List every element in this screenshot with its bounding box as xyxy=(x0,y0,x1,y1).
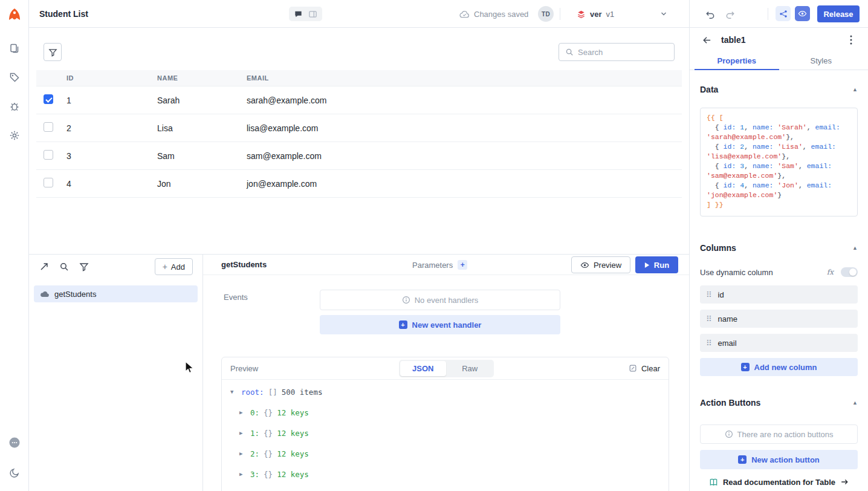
json-braces: {} xyxy=(264,470,273,479)
pages-icon[interactable] xyxy=(5,39,24,58)
mode-toggle[interactable] xyxy=(289,7,322,21)
json-meta: 12 keys xyxy=(277,470,309,479)
expand-arrow-icon[interactable]: ▶ xyxy=(239,450,246,457)
add-query-button[interactable]: + Add xyxy=(155,258,193,275)
drag-handle-icon[interactable]: ⠿ xyxy=(706,339,712,348)
json-root-row[interactable]: ▼ root: [] 500 items xyxy=(230,382,669,402)
table-row[interactable]: 1 Sarah sarah@example.com xyxy=(36,86,682,114)
no-action-buttons-placeholder: There are no action buttons xyxy=(700,424,858,444)
version-selector[interactable]: ver v1 xyxy=(577,0,614,28)
row-checkbox[interactable] xyxy=(44,178,53,187)
json-item-row[interactable]: ▶ 0: {} 12 keys xyxy=(230,402,669,423)
tab-json[interactable]: JSON xyxy=(400,361,446,376)
expand-icon[interactable] xyxy=(39,262,49,272)
section-columns-title: Columns xyxy=(700,243,736,253)
column-item[interactable]: ⠿ id xyxy=(700,285,858,304)
section-data-title: Data xyxy=(700,85,718,94)
query-panel: + Add getStudents getStudents Parameters… xyxy=(29,254,689,491)
code-line: {{ [ xyxy=(707,113,851,123)
version-value: v1 xyxy=(606,10,615,19)
share-icon[interactable] xyxy=(776,6,791,21)
json-index: 2: xyxy=(250,449,259,458)
table-search-input[interactable]: Search xyxy=(559,43,675,61)
property-pane-header: table1 xyxy=(690,28,868,52)
add-parameter-icon[interactable]: + xyxy=(458,260,467,270)
row-checkbox[interactable] xyxy=(44,94,53,104)
kebab-menu-icon[interactable] xyxy=(844,33,858,47)
preview-eye-icon[interactable] xyxy=(795,6,810,21)
json-item-row[interactable]: ▶ 3: {} 12 keys xyxy=(230,464,669,484)
collapse-icon[interactable]: ▲ xyxy=(852,86,858,93)
fx-icon[interactable]: fx xyxy=(827,268,834,276)
chevron-down-icon[interactable] xyxy=(660,10,667,18)
column-header-id[interactable]: ID xyxy=(66,74,157,82)
json-index: 1: xyxy=(250,429,259,438)
preview-button[interactable]: Preview xyxy=(571,256,630,273)
table-row[interactable]: 2 Lisa lisa@example.com xyxy=(36,114,682,142)
json-braces: [] xyxy=(268,388,277,397)
theme-toggle-icon[interactable] xyxy=(5,463,24,483)
appsmith-logo[interactable] xyxy=(6,6,23,23)
code-line: 'jon@example.com'} xyxy=(707,190,851,200)
section-data-header[interactable]: Data ▲ xyxy=(700,82,858,97)
collapse-arrow-icon[interactable]: ▼ xyxy=(230,389,237,395)
collapse-icon[interactable]: ▲ xyxy=(852,400,858,406)
expand-arrow-icon[interactable]: ▶ xyxy=(239,409,246,415)
tab-raw[interactable]: Raw xyxy=(447,361,493,376)
query-cloud-icon xyxy=(40,291,50,298)
row-checkbox[interactable] xyxy=(44,122,53,132)
comment-mode-icon[interactable] xyxy=(294,10,303,19)
settings-icon[interactable] xyxy=(5,126,24,145)
run-button[interactable]: Run xyxy=(635,256,678,273)
row-checkbox[interactable] xyxy=(44,150,53,160)
clear-icon xyxy=(629,364,637,372)
cell-email: sam@example.com xyxy=(247,151,682,161)
redo-icon[interactable] xyxy=(724,8,737,21)
property-tabs: Properties Styles xyxy=(690,52,868,70)
new-action-button-label: New action button xyxy=(751,455,820,464)
canvas-mode-icon[interactable] xyxy=(308,10,317,19)
table-row[interactable]: 4 Jon jon@example.com xyxy=(36,170,682,198)
tab-styles[interactable]: Styles xyxy=(779,52,864,70)
drag-handle-icon[interactable]: ⠿ xyxy=(706,314,712,324)
cell-name: Jon xyxy=(157,179,247,189)
section-actions-header[interactable]: Action Buttons ▲ xyxy=(700,395,858,410)
datasources-icon[interactable] xyxy=(5,68,24,87)
column-header-email[interactable]: EMAIL xyxy=(247,74,682,82)
read-documentation-link[interactable]: Read documentation for Table xyxy=(700,475,858,489)
dynamic-column-toggle[interactable] xyxy=(841,267,858,277)
debug-icon[interactable] xyxy=(5,97,24,116)
response-title: Preview xyxy=(230,364,258,373)
new-action-button[interactable]: + New action button xyxy=(700,450,858,469)
collapse-icon[interactable]: ▲ xyxy=(852,245,858,251)
help-icon[interactable] xyxy=(5,433,24,452)
drag-handle-icon[interactable]: ⠿ xyxy=(706,290,712,299)
preview-button-label: Preview xyxy=(594,261,621,270)
column-item[interactable]: ⠿ name xyxy=(700,310,858,328)
query-list-item[interactable]: getStudents xyxy=(34,285,198,302)
table-filter-button[interactable] xyxy=(44,43,62,61)
column-header-name[interactable]: NAME xyxy=(157,74,247,82)
release-button[interactable]: Release xyxy=(817,5,860,22)
user-avatar[interactable]: TD xyxy=(538,6,554,22)
filter-icon[interactable] xyxy=(79,262,89,272)
json-item-row[interactable]: ▶ 1: {} 12 keys xyxy=(230,423,669,443)
clear-button[interactable]: Clear xyxy=(629,364,660,373)
data-code-editor[interactable]: {{ [ { id: 1, name: 'Sarah', email:'sara… xyxy=(700,108,858,216)
column-item[interactable]: ⠿ email xyxy=(700,334,858,352)
expand-arrow-icon[interactable]: ▶ xyxy=(239,471,246,477)
section-columns-header[interactable]: Columns ▲ xyxy=(700,241,858,255)
tab-properties[interactable]: Properties xyxy=(695,52,779,70)
json-meta: 12 keys xyxy=(277,449,309,458)
back-icon[interactable] xyxy=(699,33,714,47)
table-row[interactable]: 3 Sam sam@example.com xyxy=(36,142,682,170)
undo-icon[interactable] xyxy=(703,8,716,21)
add-query-label: Add xyxy=(171,262,185,272)
search-icon[interactable] xyxy=(59,262,69,272)
widget-name[interactable]: table1 xyxy=(721,35,745,45)
new-event-handler-button[interactable]: + New event handler xyxy=(320,315,560,334)
expand-arrow-icon[interactable]: ▶ xyxy=(239,430,246,436)
json-item-row[interactable]: ▶ 2: {} 12 keys xyxy=(230,443,669,464)
add-new-column-button[interactable]: + Add new column xyxy=(700,358,858,376)
parameters-label: Parameters xyxy=(412,261,453,270)
